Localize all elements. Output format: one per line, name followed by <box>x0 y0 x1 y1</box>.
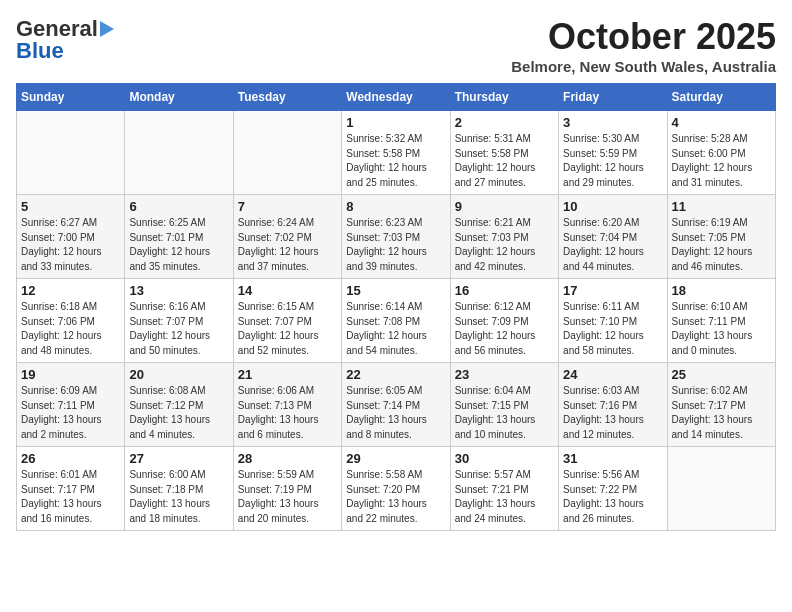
day-detail: Sunrise: 6:25 AM Sunset: 7:01 PM Dayligh… <box>129 216 228 274</box>
day-detail: Sunrise: 5:59 AM Sunset: 7:19 PM Dayligh… <box>238 468 337 526</box>
calendar-cell: 31Sunrise: 5:56 AM Sunset: 7:22 PM Dayli… <box>559 447 667 531</box>
day-number: 21 <box>238 367 337 382</box>
calendar-cell: 11Sunrise: 6:19 AM Sunset: 7:05 PM Dayli… <box>667 195 775 279</box>
logo: General Blue <box>16 16 114 64</box>
page-header: General Blue October 2025 Belmore, New S… <box>16 16 776 75</box>
calendar-cell <box>233 111 341 195</box>
day-number: 29 <box>346 451 445 466</box>
day-detail: Sunrise: 6:06 AM Sunset: 7:13 PM Dayligh… <box>238 384 337 442</box>
calendar-cell: 14Sunrise: 6:15 AM Sunset: 7:07 PM Dayli… <box>233 279 341 363</box>
day-number: 25 <box>672 367 771 382</box>
day-number: 27 <box>129 451 228 466</box>
day-number: 26 <box>21 451 120 466</box>
calendar-table: SundayMondayTuesdayWednesdayThursdayFrid… <box>16 83 776 531</box>
day-number: 11 <box>672 199 771 214</box>
day-detail: Sunrise: 6:14 AM Sunset: 7:08 PM Dayligh… <box>346 300 445 358</box>
day-detail: Sunrise: 5:31 AM Sunset: 5:58 PM Dayligh… <box>455 132 554 190</box>
day-detail: Sunrise: 6:01 AM Sunset: 7:17 PM Dayligh… <box>21 468 120 526</box>
calendar-cell: 5Sunrise: 6:27 AM Sunset: 7:00 PM Daylig… <box>17 195 125 279</box>
calendar-cell: 13Sunrise: 6:16 AM Sunset: 7:07 PM Dayli… <box>125 279 233 363</box>
calendar-cell: 4Sunrise: 5:28 AM Sunset: 6:00 PM Daylig… <box>667 111 775 195</box>
day-detail: Sunrise: 6:12 AM Sunset: 7:09 PM Dayligh… <box>455 300 554 358</box>
header-day-wednesday: Wednesday <box>342 84 450 111</box>
logo-blue: Blue <box>16 38 64 64</box>
calendar-cell: 12Sunrise: 6:18 AM Sunset: 7:06 PM Dayli… <box>17 279 125 363</box>
day-number: 15 <box>346 283 445 298</box>
calendar-cell: 30Sunrise: 5:57 AM Sunset: 7:21 PM Dayli… <box>450 447 558 531</box>
day-detail: Sunrise: 6:04 AM Sunset: 7:15 PM Dayligh… <box>455 384 554 442</box>
day-detail: Sunrise: 6:08 AM Sunset: 7:12 PM Dayligh… <box>129 384 228 442</box>
day-number: 17 <box>563 283 662 298</box>
day-number: 24 <box>563 367 662 382</box>
calendar-cell: 1Sunrise: 5:32 AM Sunset: 5:58 PM Daylig… <box>342 111 450 195</box>
day-number: 23 <box>455 367 554 382</box>
calendar-cell: 19Sunrise: 6:09 AM Sunset: 7:11 PM Dayli… <box>17 363 125 447</box>
day-detail: Sunrise: 6:23 AM Sunset: 7:03 PM Dayligh… <box>346 216 445 274</box>
day-detail: Sunrise: 6:11 AM Sunset: 7:10 PM Dayligh… <box>563 300 662 358</box>
calendar-cell: 8Sunrise: 6:23 AM Sunset: 7:03 PM Daylig… <box>342 195 450 279</box>
calendar-week-row: 26Sunrise: 6:01 AM Sunset: 7:17 PM Dayli… <box>17 447 776 531</box>
calendar-cell: 10Sunrise: 6:20 AM Sunset: 7:04 PM Dayli… <box>559 195 667 279</box>
calendar-cell: 7Sunrise: 6:24 AM Sunset: 7:02 PM Daylig… <box>233 195 341 279</box>
day-detail: Sunrise: 5:56 AM Sunset: 7:22 PM Dayligh… <box>563 468 662 526</box>
day-detail: Sunrise: 5:58 AM Sunset: 7:20 PM Dayligh… <box>346 468 445 526</box>
day-number: 31 <box>563 451 662 466</box>
header-day-tuesday: Tuesday <box>233 84 341 111</box>
calendar-cell <box>667 447 775 531</box>
day-detail: Sunrise: 6:18 AM Sunset: 7:06 PM Dayligh… <box>21 300 120 358</box>
day-detail: Sunrise: 6:10 AM Sunset: 7:11 PM Dayligh… <box>672 300 771 358</box>
calendar-cell <box>17 111 125 195</box>
day-number: 20 <box>129 367 228 382</box>
calendar-cell <box>125 111 233 195</box>
day-number: 7 <box>238 199 337 214</box>
calendar-cell: 17Sunrise: 6:11 AM Sunset: 7:10 PM Dayli… <box>559 279 667 363</box>
day-number: 5 <box>21 199 120 214</box>
calendar-cell: 22Sunrise: 6:05 AM Sunset: 7:14 PM Dayli… <box>342 363 450 447</box>
calendar-cell: 29Sunrise: 5:58 AM Sunset: 7:20 PM Dayli… <box>342 447 450 531</box>
day-detail: Sunrise: 6:03 AM Sunset: 7:16 PM Dayligh… <box>563 384 662 442</box>
day-number: 16 <box>455 283 554 298</box>
calendar-week-row: 1Sunrise: 5:32 AM Sunset: 5:58 PM Daylig… <box>17 111 776 195</box>
calendar-cell: 27Sunrise: 6:00 AM Sunset: 7:18 PM Dayli… <box>125 447 233 531</box>
calendar-cell: 23Sunrise: 6:04 AM Sunset: 7:15 PM Dayli… <box>450 363 558 447</box>
day-detail: Sunrise: 6:20 AM Sunset: 7:04 PM Dayligh… <box>563 216 662 274</box>
day-detail: Sunrise: 6:16 AM Sunset: 7:07 PM Dayligh… <box>129 300 228 358</box>
calendar-cell: 24Sunrise: 6:03 AM Sunset: 7:16 PM Dayli… <box>559 363 667 447</box>
calendar-cell: 21Sunrise: 6:06 AM Sunset: 7:13 PM Dayli… <box>233 363 341 447</box>
header-day-monday: Monday <box>125 84 233 111</box>
day-number: 6 <box>129 199 228 214</box>
day-number: 30 <box>455 451 554 466</box>
day-detail: Sunrise: 6:21 AM Sunset: 7:03 PM Dayligh… <box>455 216 554 274</box>
header-day-saturday: Saturday <box>667 84 775 111</box>
month-title: October 2025 <box>511 16 776 58</box>
day-number: 19 <box>21 367 120 382</box>
calendar-cell: 26Sunrise: 6:01 AM Sunset: 7:17 PM Dayli… <box>17 447 125 531</box>
calendar-cell: 3Sunrise: 5:30 AM Sunset: 5:59 PM Daylig… <box>559 111 667 195</box>
day-detail: Sunrise: 6:27 AM Sunset: 7:00 PM Dayligh… <box>21 216 120 274</box>
title-block: October 2025 Belmore, New South Wales, A… <box>511 16 776 75</box>
day-number: 1 <box>346 115 445 130</box>
day-number: 9 <box>455 199 554 214</box>
day-number: 4 <box>672 115 771 130</box>
day-detail: Sunrise: 6:15 AM Sunset: 7:07 PM Dayligh… <box>238 300 337 358</box>
calendar-cell: 20Sunrise: 6:08 AM Sunset: 7:12 PM Dayli… <box>125 363 233 447</box>
day-number: 28 <box>238 451 337 466</box>
day-number: 14 <box>238 283 337 298</box>
day-number: 12 <box>21 283 120 298</box>
calendar-cell: 28Sunrise: 5:59 AM Sunset: 7:19 PM Dayli… <box>233 447 341 531</box>
day-number: 18 <box>672 283 771 298</box>
day-detail: Sunrise: 6:24 AM Sunset: 7:02 PM Dayligh… <box>238 216 337 274</box>
logo-arrow-icon <box>100 21 114 37</box>
day-detail: Sunrise: 5:28 AM Sunset: 6:00 PM Dayligh… <box>672 132 771 190</box>
calendar-week-row: 5Sunrise: 6:27 AM Sunset: 7:00 PM Daylig… <box>17 195 776 279</box>
location-title: Belmore, New South Wales, Australia <box>511 58 776 75</box>
calendar-cell: 25Sunrise: 6:02 AM Sunset: 7:17 PM Dayli… <box>667 363 775 447</box>
calendar-cell: 2Sunrise: 5:31 AM Sunset: 5:58 PM Daylig… <box>450 111 558 195</box>
calendar-cell: 18Sunrise: 6:10 AM Sunset: 7:11 PM Dayli… <box>667 279 775 363</box>
header-day-thursday: Thursday <box>450 84 558 111</box>
calendar-cell: 16Sunrise: 6:12 AM Sunset: 7:09 PM Dayli… <box>450 279 558 363</box>
calendar-cell: 9Sunrise: 6:21 AM Sunset: 7:03 PM Daylig… <box>450 195 558 279</box>
day-detail: Sunrise: 6:02 AM Sunset: 7:17 PM Dayligh… <box>672 384 771 442</box>
day-number: 3 <box>563 115 662 130</box>
day-detail: Sunrise: 6:19 AM Sunset: 7:05 PM Dayligh… <box>672 216 771 274</box>
